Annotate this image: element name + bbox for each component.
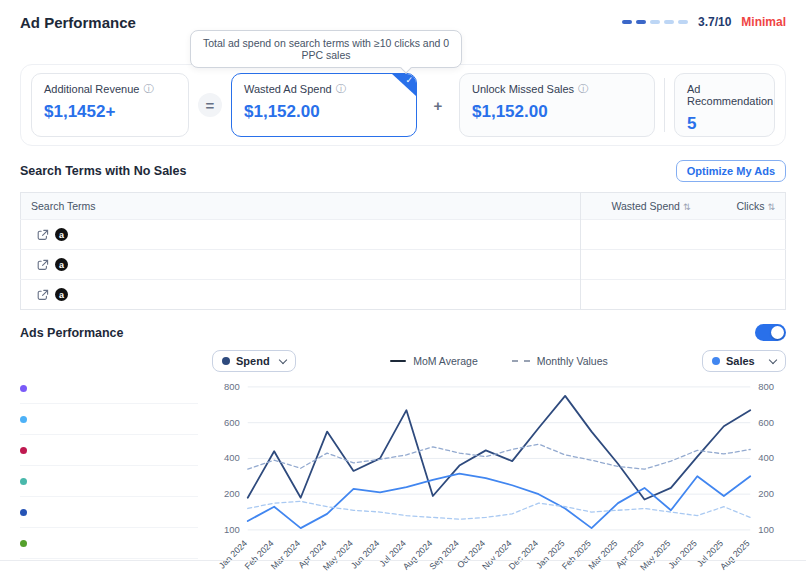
card-value: $1,1452+: [44, 102, 176, 122]
sort-icon[interactable]: ⇅: [767, 202, 775, 212]
card-additional-revenue[interactable]: Additional Revenue ⓘ $1,1452+: [31, 73, 189, 137]
plus-sign: +: [426, 93, 450, 117]
metric-row-cvr: [20, 435, 198, 466]
score-dash: [622, 20, 632, 24]
metric-dot-icon: [20, 416, 27, 423]
legend-mom-average: MoM Average: [390, 355, 478, 367]
chevron-down-icon: [769, 355, 777, 363]
x-axis-label: Mar 2024: [269, 538, 302, 571]
table-row[interactable]: a: [21, 250, 786, 280]
ads-performance-toggle[interactable]: [755, 324, 786, 341]
series-spend-mom-average: [248, 396, 750, 500]
metric-row-ctr: [20, 528, 198, 559]
card-value: $1,152.00: [244, 102, 404, 122]
chart-column: Spend MoM Average Monthly Values Sales: [212, 347, 786, 575]
metric-dot-icon: [20, 385, 27, 392]
y-axis-left-label: 800: [224, 381, 240, 392]
toggle-knob: [771, 326, 784, 339]
y-axis-left-label: 200: [224, 488, 240, 499]
y-axis-right-label: 200: [758, 488, 774, 499]
page-title: Ad Performance: [20, 14, 136, 31]
x-axis-label: Jun 2024: [349, 538, 382, 571]
solid-line-swatch: [390, 360, 406, 362]
info-icon[interactable]: ⓘ: [336, 84, 346, 94]
series-sales-mom-average: [248, 474, 750, 529]
x-axis-label: Mar 2025: [586, 538, 619, 571]
ads-performance-body: Spend MoM Average Monthly Values Sales: [20, 347, 786, 575]
footer-divider: [0, 560, 806, 561]
ads-performance-header: Ads Performance: [20, 324, 786, 341]
card-divider: [664, 78, 665, 132]
ads-performance-chart: 800800600600400400200200100100Jan 2024Fe…: [212, 377, 786, 575]
amazon-badge-icon[interactable]: a: [55, 288, 68, 301]
column-wasted-spend[interactable]: Wasted Spend⇅: [581, 193, 701, 220]
equals-sign: =: [198, 93, 222, 117]
y-axis-right-label: 100: [758, 524, 774, 535]
wasted-spend-cell: [581, 250, 701, 280]
score-dash: [636, 20, 646, 24]
optimize-my-ads-button[interactable]: Optimize My Ads: [676, 160, 786, 182]
card-label: Wasted Ad Spend ⓘ: [244, 83, 404, 95]
selected-ribbon: [391, 73, 417, 97]
metric-row-tacos: [20, 404, 198, 435]
table-row[interactable]: a: [21, 220, 786, 250]
metric-row-roas: [20, 466, 198, 497]
score-dash: [650, 20, 660, 24]
card-label: Unlock Missed Sales ⓘ: [472, 83, 642, 95]
x-axis-label: Sep 2024: [427, 538, 461, 572]
y-axis-left-label: 600: [224, 417, 240, 428]
card-wasted-ad-spend[interactable]: Wasted Ad Spend ⓘ $1,152.00 ✓: [231, 73, 417, 137]
metric-dot-icon: [20, 509, 27, 516]
info-icon[interactable]: ⓘ: [578, 84, 588, 94]
amazon-badge-icon[interactable]: a: [55, 258, 68, 271]
search-terms-table: Search Terms Wasted Spend⇅ Clicks⇅ aaa: [20, 192, 786, 310]
score-progress-dots: [622, 20, 688, 24]
chart-legend: MoM Average Monthly Values: [390, 355, 608, 367]
score-value: 3.7/10: [698, 15, 731, 29]
score-dash: [664, 20, 674, 24]
card-unlock-missed-sales[interactable]: Unlock Missed Sales ⓘ $1,152.00: [459, 73, 655, 137]
card-label: Additional Revenue ⓘ: [44, 83, 176, 95]
spend-series-select[interactable]: Spend: [212, 350, 296, 372]
external-link-icon[interactable]: [37, 259, 49, 271]
metric-row-acos: [20, 373, 198, 404]
summary-cards-row: Additional Revenue ⓘ $1,1452+ = Wasted A…: [20, 64, 786, 146]
clicks-cell: [701, 280, 786, 310]
search-terms-header: Search Terms with No Sales Optimize My A…: [20, 160, 786, 182]
column-search-terms: Search Terms: [21, 193, 581, 220]
metric-dot-icon: [20, 478, 27, 485]
card-ad-recommendation[interactable]: Ad Recommendation ⓘ 5: [674, 73, 775, 137]
chart-controls: Spend MoM Average Monthly Values Sales: [212, 347, 786, 375]
table-header-row: Search Terms Wasted Spend⇅ Clicks⇅: [21, 193, 786, 220]
card-value: $1,152.00: [472, 102, 642, 122]
external-link-icon[interactable]: [37, 229, 49, 241]
card-label: Ad Recommendation ⓘ: [687, 83, 762, 107]
tooltip: Total ad spend on search terms with ≥10 …: [190, 30, 462, 68]
x-axis-label: Aug 2025: [718, 538, 752, 572]
dashed-line-swatch: [512, 360, 530, 362]
column-clicks[interactable]: Clicks⇅: [701, 193, 786, 220]
sales-dot-icon: [712, 357, 720, 365]
chevron-down-icon: [279, 355, 287, 363]
wasted-spend-cell: [581, 220, 701, 250]
table-row[interactable]: a: [21, 280, 786, 310]
clicks-cell: [701, 250, 786, 280]
x-axis-label: Dec 2024: [507, 538, 541, 572]
x-axis-label: Jun 2025: [666, 538, 699, 571]
ad-performance-page: Ad Performance 3.7/10 Minimal Total ad s…: [0, 0, 806, 575]
card-value: 5: [687, 114, 762, 134]
metric-dot-icon: [20, 540, 27, 547]
sales-series-select[interactable]: Sales: [702, 350, 786, 372]
check-icon: ✓: [405, 75, 413, 85]
y-axis-left-label: 100: [224, 524, 240, 535]
search-terms-title: Search Terms with No Sales: [20, 164, 187, 178]
info-icon[interactable]: ⓘ: [143, 84, 153, 94]
legend-monthly-values: Monthly Values: [512, 355, 608, 367]
spend-dot-icon: [222, 357, 230, 365]
sort-icon[interactable]: ⇅: [683, 202, 691, 212]
external-link-icon[interactable]: [37, 289, 49, 301]
clicks-cell: [701, 220, 786, 250]
amazon-badge-icon[interactable]: a: [55, 228, 68, 241]
wasted-spend-cell: [581, 280, 701, 310]
tooltip-text: Total ad spend on search terms with ≥10 …: [203, 37, 449, 61]
